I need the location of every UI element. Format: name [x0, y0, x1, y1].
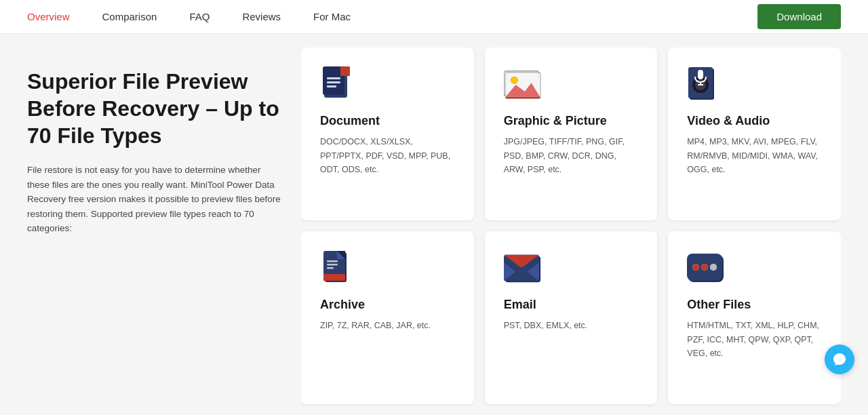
- document-title: Document: [320, 114, 455, 128]
- svg-rect-5: [327, 85, 336, 87]
- svg-rect-3: [327, 77, 340, 79]
- video-title: Video & Audio: [687, 114, 822, 128]
- svg-rect-29: [327, 260, 338, 262]
- svg-rect-4: [327, 81, 340, 83]
- hero-title: Superior File Preview Before Recovery – …: [27, 68, 285, 149]
- svg-point-12: [510, 76, 518, 84]
- hero-description: File restore is not easy for you have to…: [27, 163, 285, 236]
- card-graphic: Graphic & Picture JPG/JPEG, TIFF/TIF, PN…: [485, 47, 658, 220]
- svg-rect-31: [327, 267, 334, 269]
- email-title: Email: [504, 298, 639, 312]
- svg-rect-28: [323, 278, 345, 281]
- card-other: Other Files HTM/HTML, TXT, XML, HLP, CHM…: [668, 231, 841, 404]
- other-formats: HTM/HTML, TXT, XML, HLP, CHM, PZF, ICC, …: [687, 319, 822, 361]
- graphic-formats: JPG/JPEG, TIFF/TIF, PNG, GIF, PSD, BMP, …: [504, 135, 639, 177]
- svg-rect-30: [327, 264, 338, 266]
- nav-comparison[interactable]: Comparison: [102, 11, 157, 22]
- document-icon: [320, 66, 358, 104]
- svg-rect-2: [340, 66, 350, 76]
- other-icon: [687, 250, 725, 288]
- svg-rect-19: [698, 70, 703, 79]
- archive-formats: ZIP, 7Z, RAR, CAB, JAR, etc.: [320, 319, 455, 333]
- navbar: Overview Comparison FAQ Reviews For Mac …: [0, 0, 868, 34]
- nav-links: Overview Comparison FAQ Reviews For Mac: [27, 11, 757, 22]
- svg-point-44: [701, 264, 708, 271]
- graphic-icon: [504, 66, 542, 104]
- document-formats: DOC/DOCX, XLS/XLSX, PPT/PPTX, PDF, VSD, …: [320, 135, 455, 177]
- svg-point-45: [710, 264, 717, 271]
- card-document: Document DOC/DOCX, XLS/XLSX, PPT/PPTX, P…: [301, 47, 474, 220]
- chat-bubble[interactable]: [825, 344, 854, 374]
- svg-point-43: [692, 264, 699, 271]
- download-button[interactable]: Download: [757, 4, 841, 29]
- video-formats: MP4, MP3, MKV, AVI, MPEG, FLV, RM/RMVB, …: [687, 135, 822, 177]
- main-content: Superior File Preview Before Recovery – …: [0, 34, 868, 415]
- archive-title: Archive: [320, 298, 455, 312]
- left-text-panel: Superior File Preview Before Recovery – …: [27, 47, 285, 415]
- archive-icon: [320, 250, 358, 288]
- nav-reviews[interactable]: Reviews: [242, 11, 281, 22]
- email-formats: PST, DBX, EMLX, etc.: [504, 319, 639, 333]
- cards-grid: Document DOC/DOCX, XLS/XLSX, PPT/PPTX, P…: [301, 47, 841, 415]
- graphic-title: Graphic & Picture: [504, 114, 639, 128]
- video-icon: [687, 66, 725, 104]
- card-email: Email PST, DBX, EMLX, etc.: [485, 231, 658, 404]
- email-icon: [504, 250, 542, 288]
- other-title: Other Files: [687, 298, 822, 312]
- nav-for-mac[interactable]: For Mac: [313, 11, 351, 22]
- card-archive: Archive ZIP, 7Z, RAR, CAB, JAR, etc.: [301, 231, 474, 404]
- card-video: Video & Audio MP4, MP3, MKV, AVI, MPEG, …: [668, 47, 841, 220]
- nav-overview[interactable]: Overview: [27, 11, 70, 22]
- nav-faq[interactable]: FAQ: [189, 11, 210, 22]
